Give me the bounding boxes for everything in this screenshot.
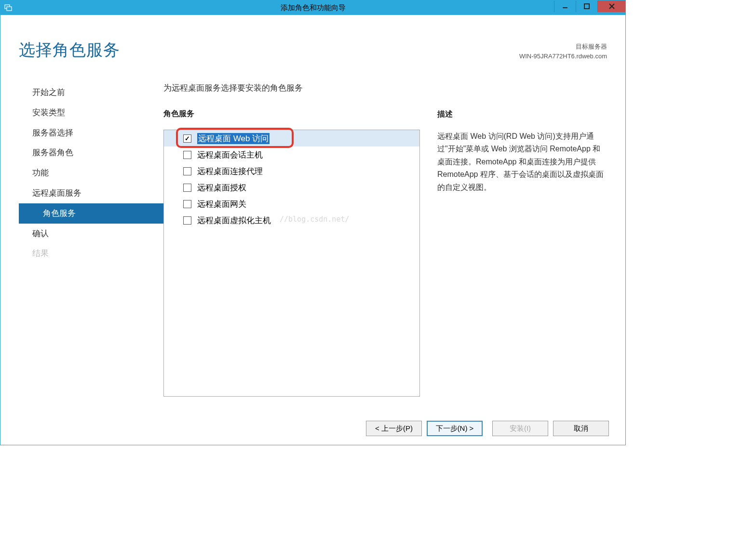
previous-button[interactable]: < 上一步(P) <box>366 421 422 436</box>
close-button[interactable] <box>597 0 625 12</box>
role-rd-virtualization-host[interactable]: 远程桌面虚拟化主机 //blog.csdn.net/ <box>164 212 419 228</box>
window-controls <box>554 0 625 15</box>
next-button[interactable]: 下一步(N) > <box>427 421 483 436</box>
role-rd-web-access[interactable]: 远程桌面 Web 访问 <box>164 130 419 147</box>
instruction-text: 为远程桌面服务选择要安装的角色服务 <box>163 82 420 93</box>
install-button: 安装(I) <box>492 421 548 436</box>
step-role-services[interactable]: 角色服务 <box>19 203 163 224</box>
content-area: 选择角色服务 目标服务器 WIN-95JRA772HT6.rdweb.com 开… <box>0 15 625 445</box>
target-server-name: WIN-95JRA772HT6.rdweb.com <box>519 52 607 61</box>
app-icon <box>2 2 14 13</box>
page-title: 选择角色服务 <box>19 39 120 61</box>
role-label: 远程桌面授权 <box>197 182 246 193</box>
step-confirmation[interactable]: 确认 <box>19 224 163 244</box>
wizard-window: 添加角色和功能向导 选择角色服务 目标服务器 WIN-95JRA772HT6.r… <box>0 0 626 445</box>
checkbox-icon[interactable] <box>183 134 191 143</box>
step-features[interactable]: 功能 <box>19 163 163 183</box>
target-server-info: 目标服务器 WIN-95JRA772HT6.rdweb.com <box>519 42 607 61</box>
checkbox-icon[interactable] <box>183 216 191 225</box>
description-label: 描述 <box>437 109 607 120</box>
role-services-listbox[interactable]: 远程桌面 Web 访问 远程桌面会话主机 远程桌面连接代理 远程桌面授 <box>163 130 420 397</box>
target-server-label: 目标服务器 <box>519 42 607 52</box>
step-server-roles[interactable]: 服务器角色 <box>19 143 163 163</box>
step-installation-type[interactable]: 安装类型 <box>19 103 163 123</box>
description-text: 远程桌面 Web 访问(RD Web 访问)支持用户通过"开始"菜单或 Web … <box>437 130 607 194</box>
window-title: 添加角色和功能向导 <box>281 3 346 13</box>
checkbox-icon[interactable] <box>183 200 191 208</box>
svg-rect-1 <box>7 7 12 11</box>
center-column: 为远程桌面服务选择要安装的角色服务 角色服务 远程桌面 Web 访问 远程桌面会… <box>163 82 437 413</box>
step-remote-desktop-services[interactable]: 远程桌面服务 <box>19 183 163 203</box>
role-rd-licensing[interactable]: 远程桌面授权 <box>164 179 419 196</box>
titlebar[interactable]: 添加角色和功能向导 <box>0 0 625 15</box>
minimize-button[interactable] <box>554 0 576 12</box>
role-rd-session-host[interactable]: 远程桌面会话主机 <box>164 147 419 163</box>
wizard-footer: < 上一步(P) 下一步(N) > 安装(I) 取消 <box>0 413 625 445</box>
step-before-you-begin[interactable]: 开始之前 <box>19 82 163 103</box>
maximize-button[interactable] <box>576 0 597 12</box>
checkbox-icon[interactable] <box>183 151 191 159</box>
role-services-label: 角色服务 <box>163 109 420 119</box>
header-row: 选择角色服务 目标服务器 WIN-95JRA772HT6.rdweb.com <box>0 15 625 61</box>
role-label: 远程桌面虚拟化主机 <box>197 215 271 226</box>
checkbox-icon[interactable] <box>183 184 191 192</box>
wizard-steps-nav: 开始之前 安装类型 服务器选择 服务器角色 功能 远程桌面服务 角色服务 确认 … <box>19 82 163 413</box>
role-rd-connection-broker[interactable]: 远程桌面连接代理 <box>164 163 419 179</box>
cancel-button[interactable]: 取消 <box>553 421 609 436</box>
role-label: 远程桌面会话主机 <box>197 149 263 160</box>
svg-rect-3 <box>584 4 589 9</box>
role-rd-gateway[interactable]: 远程桌面网关 <box>164 196 419 212</box>
role-label: 远程桌面 Web 访问 <box>197 133 270 144</box>
role-label: 远程桌面网关 <box>197 199 246 210</box>
step-results: 结果 <box>19 243 163 264</box>
role-label: 远程桌面连接代理 <box>197 166 263 177</box>
step-server-selection[interactable]: 服务器选择 <box>19 123 163 143</box>
checkbox-icon[interactable] <box>183 167 191 175</box>
description-column: 描述 远程桌面 Web 访问(RD Web 访问)支持用户通过"开始"菜单或 W… <box>437 82 607 413</box>
main-body: 开始之前 安装类型 服务器选择 服务器角色 功能 远程桌面服务 角色服务 确认 … <box>0 61 625 413</box>
watermark: //blog.csdn.net/ <box>280 215 350 224</box>
